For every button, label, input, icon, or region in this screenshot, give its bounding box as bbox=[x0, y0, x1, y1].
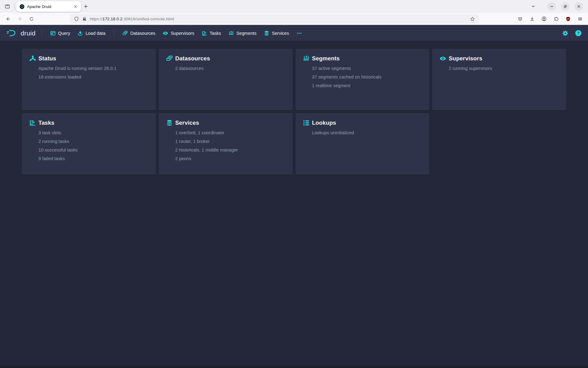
card-title: Lookups bbox=[312, 119, 336, 126]
card-line: 10 successful tasks bbox=[38, 146, 149, 154]
card-line: Apache Druid is running version 28.0.1 bbox=[38, 64, 149, 73]
card-title: Tasks bbox=[38, 119, 54, 126]
account-button[interactable] bbox=[539, 14, 549, 24]
url-bar[interactable]: https://172.18.0.2:30616/unified-console… bbox=[70, 14, 479, 23]
restore-button[interactable] bbox=[561, 2, 570, 11]
pocket-button[interactable] bbox=[515, 14, 525, 24]
bar-chart-icon bbox=[228, 30, 234, 36]
navigation-toolbar: https://172.18.0.2:30616/unified-console… bbox=[0, 13, 588, 25]
close-icon bbox=[74, 5, 77, 9]
divider bbox=[114, 30, 114, 37]
close-icon bbox=[577, 4, 581, 9]
segments-card[interactable]: Segments 37 active segments 37 segments … bbox=[296, 49, 430, 110]
card-line: 1 router, 1 broker bbox=[175, 137, 285, 146]
nav-item-services[interactable]: Services bbox=[260, 28, 292, 38]
more-icon bbox=[296, 30, 302, 36]
card-line: 3 task slots bbox=[38, 128, 149, 137]
new-tab-button[interactable] bbox=[81, 2, 91, 11]
minimize-icon bbox=[550, 4, 554, 9]
card-line: 2 peons bbox=[175, 154, 285, 163]
firefox-view-button[interactable] bbox=[2, 2, 12, 11]
url-text: https://172.18.0.2:30616/unified-console… bbox=[90, 17, 466, 21]
datasources-icon bbox=[166, 55, 173, 62]
nav-item-label: Tasks bbox=[210, 31, 221, 36]
help-button[interactable]: ? bbox=[573, 28, 583, 38]
nav-item-label: Datasources bbox=[130, 31, 155, 36]
database-icon bbox=[264, 30, 269, 36]
gear-icon bbox=[562, 30, 568, 36]
list-all-tabs-button[interactable] bbox=[528, 2, 538, 11]
console-home: Status Apache Druid is running version 2… bbox=[0, 41, 588, 175]
datasources-card[interactable]: Datasources 2 datasources bbox=[159, 49, 293, 110]
browser-window: Apache Druid bbox=[0, 0, 588, 175]
upload-icon bbox=[77, 30, 83, 36]
account-icon bbox=[541, 16, 547, 22]
bottom-edge bbox=[0, 366, 588, 368]
card-line: 2 running tasks bbox=[38, 137, 149, 146]
forward-button[interactable] bbox=[15, 14, 25, 24]
reload-button[interactable] bbox=[26, 14, 36, 24]
druid-logo[interactable]: druid bbox=[5, 29, 37, 37]
downloads-button[interactable] bbox=[527, 14, 537, 24]
settings-button[interactable] bbox=[560, 28, 570, 38]
restore-icon bbox=[563, 4, 567, 9]
minimize-button[interactable] bbox=[547, 2, 556, 11]
nav-item-query[interactable]: Query bbox=[47, 28, 74, 38]
services-card[interactable]: Services 1 overlord, 1 coordinator 1 rou… bbox=[159, 113, 293, 175]
nav-item-label: Supervisors bbox=[171, 31, 194, 36]
card-line: 2 historicals, 1 middle manager bbox=[175, 146, 285, 154]
nav-item-segments[interactable]: Segments bbox=[225, 28, 260, 38]
svg-text:?: ? bbox=[577, 31, 579, 35]
brand-name: druid bbox=[21, 30, 36, 37]
browser-tab[interactable]: Apache Druid bbox=[16, 1, 81, 12]
nav-item-tasks[interactable]: Tasks bbox=[198, 28, 224, 38]
tab-bar: Apache Druid bbox=[0, 0, 588, 13]
query-icon bbox=[50, 30, 56, 36]
menu-button[interactable] bbox=[575, 14, 585, 24]
nav-item-supervisors[interactable]: Supervisors bbox=[159, 28, 198, 38]
card-title: Status bbox=[38, 55, 56, 62]
url-host: 172.18.0.2 bbox=[102, 17, 122, 21]
chevron-down-icon bbox=[531, 4, 536, 9]
lock-warning-icon bbox=[82, 16, 87, 22]
tab-title: Apache Druid bbox=[27, 4, 69, 9]
supervisors-card[interactable]: Supervisors 2 running supervisors bbox=[432, 49, 566, 110]
svg-text:uO: uO bbox=[567, 18, 569, 19]
card-title: Services bbox=[175, 119, 199, 126]
nav-item-label: Query bbox=[58, 31, 70, 36]
status-card[interactable]: Status Apache Druid is running version 2… bbox=[22, 49, 156, 110]
back-button[interactable] bbox=[3, 14, 13, 24]
card-line: 9 failed tasks bbox=[38, 154, 149, 163]
navbar-right: ? bbox=[560, 28, 583, 38]
database-icon bbox=[166, 119, 173, 126]
url-path: :30616/unified-console.html bbox=[122, 17, 174, 21]
card-title: Segments bbox=[312, 55, 340, 62]
gantt-icon bbox=[202, 30, 207, 36]
divider bbox=[14, 3, 14, 10]
hamburger-icon bbox=[578, 16, 583, 22]
nav-item-label: Services bbox=[272, 31, 289, 36]
url-scheme: https:// bbox=[90, 17, 102, 21]
nav-item-datasources[interactable]: Datasources bbox=[119, 28, 159, 38]
card-line: 2 datasources bbox=[175, 64, 285, 73]
card-line: 37 segments cached on historicals bbox=[312, 73, 422, 81]
card-line: 2 running supervisors bbox=[449, 64, 559, 73]
ublock-button[interactable]: uO bbox=[563, 14, 573, 24]
nav-more-button[interactable] bbox=[293, 28, 305, 38]
list-icon bbox=[303, 119, 310, 126]
tab-close-button[interactable] bbox=[72, 3, 79, 10]
tasks-card[interactable]: Tasks 3 task slots 2 running tasks 10 su… bbox=[22, 113, 156, 175]
card-title: Supervisors bbox=[449, 55, 482, 62]
bookmark-star-button[interactable] bbox=[468, 15, 476, 23]
help-icon: ? bbox=[575, 30, 582, 36]
window-controls bbox=[547, 2, 583, 11]
druid-favicon bbox=[19, 4, 25, 9]
nav-item-load-data[interactable]: Load data bbox=[74, 28, 109, 38]
extensions-button[interactable] bbox=[551, 14, 561, 24]
shield-icon bbox=[74, 16, 79, 22]
plus-icon bbox=[83, 4, 88, 9]
puzzle-icon bbox=[554, 16, 559, 22]
lookups-card[interactable]: Lookups Lookups uninitialized bbox=[296, 113, 430, 175]
nav-item-label: Load data bbox=[85, 31, 105, 36]
close-button[interactable] bbox=[574, 2, 583, 11]
